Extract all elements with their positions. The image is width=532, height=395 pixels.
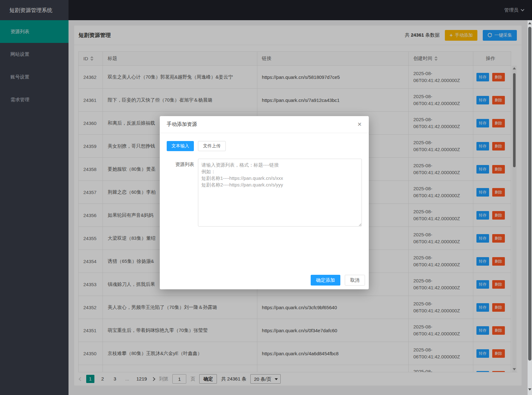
window-scrollbar-thumb[interactable]: [528, 27, 531, 361]
modal-tab-1[interactable]: 文件上传: [198, 141, 226, 151]
modal-header: 手动添加资源 ✕: [160, 116, 369, 133]
modal-title: 手动添加资源: [167, 121, 197, 128]
resource-list-textarea[interactable]: [198, 159, 362, 227]
resource-list-field: 资源列表: [167, 159, 362, 227]
modal-footer: 确定添加 取消: [311, 275, 365, 286]
modal-body: 文本输入 文件上传 资源列表: [160, 133, 369, 227]
resource-list-label: 资源列表: [167, 159, 198, 227]
cancel-button[interactable]: 取消: [345, 275, 365, 286]
window-scrollbar[interactable]: [528, 20, 532, 395]
modal-tabs: 文本输入 文件上传: [167, 141, 362, 151]
scroll-down-icon[interactable]: [528, 388, 531, 391]
manual-add-modal: 手动添加资源 ✕ 文本输入 文件上传 资源列表 确定添加 取消: [160, 116, 369, 289]
modal-tab-0[interactable]: 文本输入: [167, 141, 194, 151]
scroll-up-icon[interactable]: [528, 22, 531, 24]
close-icon[interactable]: ✕: [357, 122, 362, 127]
confirm-add-button[interactable]: 确定添加: [311, 275, 340, 286]
